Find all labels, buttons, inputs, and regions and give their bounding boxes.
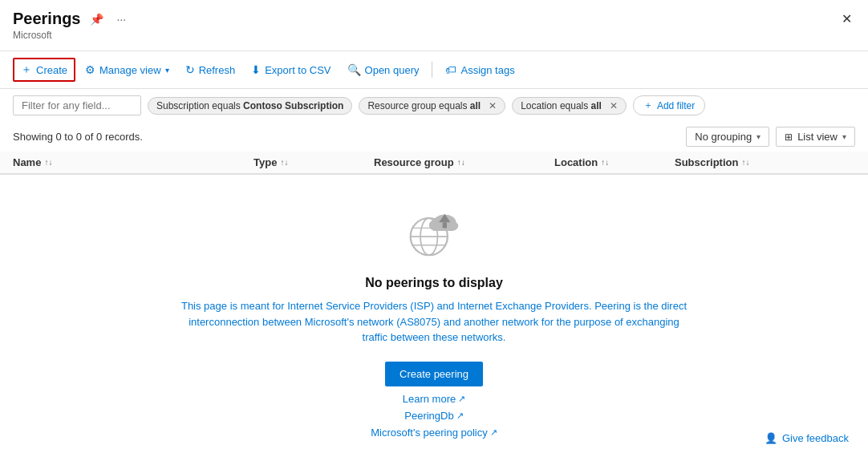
feedback-icon: 👤	[765, 432, 777, 444]
location-filter-close[interactable]: ✕	[610, 100, 618, 111]
empty-state: No peerings to display This page is mean…	[0, 175, 868, 457]
grouping-select[interactable]: No grouping ▾	[686, 127, 769, 147]
refresh-button[interactable]: ↻ Refresh	[179, 60, 242, 79]
settings-icon: ⚙	[85, 63, 95, 76]
plus-icon: ＋	[21, 63, 32, 77]
col-resource-group[interactable]: Resource group ↑↓	[374, 156, 554, 168]
peering-policy-link[interactable]: Microsoft's peering policy ↗	[371, 427, 497, 439]
download-icon: ⬇	[251, 63, 261, 76]
page-subtitle: Microsoft	[13, 30, 855, 41]
plus-filter-icon: ＋	[643, 99, 653, 112]
empty-state-title: No peerings to display	[365, 276, 503, 290]
open-query-button[interactable]: 🔍 Open query	[341, 60, 426, 79]
col-name[interactable]: Name ↑↓	[13, 156, 254, 168]
list-view-select[interactable]: ⊞ List view ▾	[776, 127, 855, 147]
toolbar-divider	[432, 62, 432, 78]
list-view-icon: ⊞	[785, 131, 793, 143]
chevron-down-icon: ▾	[165, 66, 169, 75]
globe-cloud-icon	[402, 199, 466, 263]
add-filter-button[interactable]: ＋ Add filter	[633, 95, 705, 115]
manage-view-button[interactable]: ⚙ Manage view ▾	[79, 60, 176, 79]
records-count: Showing 0 to 0 of 0 records.	[13, 131, 143, 143]
toolbar: ＋ Create ⚙ Manage view ▾ ↻ Refresh ⬇ Exp…	[0, 51, 868, 89]
type-sort-icon: ↑↓	[280, 158, 288, 167]
location-sort-icon: ↑↓	[601, 158, 609, 167]
view-controls: No grouping ▾ ⊞ List view ▾	[686, 127, 855, 147]
col-subscription[interactable]: Subscription ↑↓	[675, 156, 855, 168]
filter-bar: Subscription equals Contoso Subscription…	[0, 89, 868, 122]
external-link-icon-2: ↗	[490, 427, 497, 438]
resource-group-sort-icon: ↑↓	[457, 158, 465, 167]
give-feedback-button[interactable]: 👤 Give feedback	[765, 432, 849, 444]
list-view-chevron-icon: ▾	[842, 132, 846, 141]
empty-state-description: This page is meant for Internet Service …	[177, 298, 691, 346]
page-header: Peerings 📌 ··· ✕ Microsoft	[0, 0, 868, 51]
resource-group-filter-tag[interactable]: Resource group equals all ✕	[359, 97, 505, 115]
page-title: Peerings	[13, 10, 80, 28]
location-filter-tag[interactable]: Location equals all ✕	[512, 97, 627, 115]
peeringdb-link[interactable]: PeeringDb ↗	[404, 410, 463, 422]
info-bar: Showing 0 to 0 of 0 records. No grouping…	[0, 122, 868, 152]
table-header: Name ↑↓ Type ↑↓ Resource group ↑↓ Locati…	[0, 152, 868, 175]
filter-input[interactable]	[13, 95, 141, 115]
assign-tags-button[interactable]: 🏷 Assign tags	[439, 60, 521, 79]
col-type[interactable]: Type ↑↓	[254, 156, 374, 168]
close-button[interactable]: ✕	[838, 10, 855, 28]
learn-more-link[interactable]: Learn more ↗	[403, 393, 465, 405]
subscription-sort-icon: ↑↓	[741, 158, 749, 167]
create-button[interactable]: ＋ Create	[13, 58, 75, 82]
query-icon: 🔍	[347, 63, 361, 76]
refresh-icon: ↻	[185, 63, 195, 76]
create-peering-button[interactable]: Create peering	[385, 362, 483, 386]
empty-links: Learn more ↗ PeeringDb ↗ Microsoft's pee…	[371, 393, 497, 439]
page-footer: 👤 Give feedback	[765, 432, 849, 444]
external-link-icon-1: ↗	[456, 410, 464, 421]
tag-icon: 🏷	[445, 63, 456, 76]
export-csv-button[interactable]: ⬇ Export to CSV	[245, 60, 337, 79]
grouping-chevron-icon: ▾	[756, 132, 761, 141]
external-link-icon-0: ↗	[458, 394, 465, 404]
name-sort-icon: ↑↓	[44, 158, 52, 167]
resource-group-filter-close[interactable]: ✕	[489, 100, 497, 111]
pin-button[interactable]: 📌	[87, 11, 107, 27]
more-options-button[interactable]: ···	[113, 11, 129, 27]
svg-rect-10	[443, 222, 447, 228]
col-location[interactable]: Location ↑↓	[554, 156, 675, 168]
subscription-filter-tag: Subscription equals Contoso Subscription	[148, 97, 352, 115]
